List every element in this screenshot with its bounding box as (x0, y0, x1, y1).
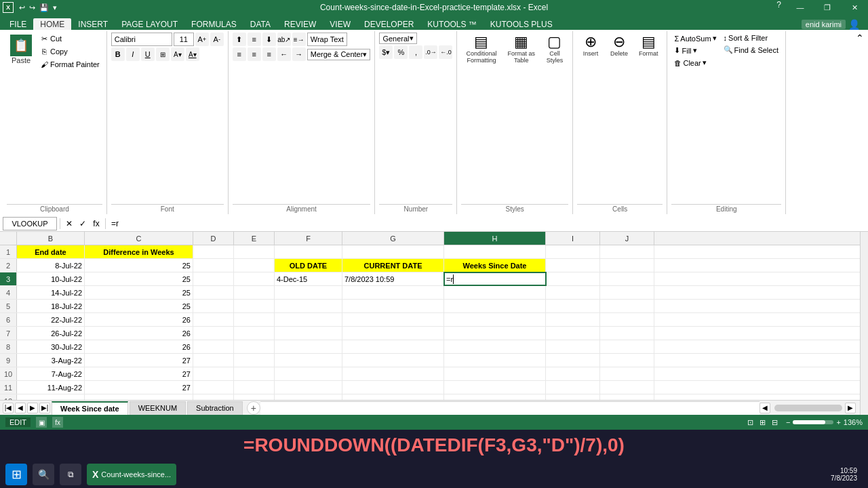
col-header-B[interactable]: B (17, 232, 85, 245)
cell-I6[interactable] (546, 313, 600, 326)
quick-access-more[interactable]: ▾ (53, 3, 57, 12)
cell-F2[interactable]: OLD DATE (275, 259, 342, 272)
col-header-I[interactable]: I (546, 232, 600, 245)
cell-G7[interactable] (342, 327, 444, 340)
cell-styles-button[interactable]: ▢ CellStyles (541, 33, 568, 66)
confirm-formula-button[interactable]: ✓ (77, 218, 89, 230)
copy-button[interactable]: ⎘ Copy (37, 45, 102, 58)
page-break-view-btn[interactable]: ⊟ (770, 417, 781, 428)
format-painter-button[interactable]: 🖌 Format Painter (37, 58, 102, 70)
cell-G9[interactable] (342, 354, 444, 367)
tab-developer[interactable]: DEVELOPER (357, 18, 420, 30)
cell-I11[interactable] (546, 381, 600, 394)
cell-C8[interactable]: 26 (85, 340, 193, 353)
bold-button[interactable]: B (111, 47, 125, 61)
cell-H11[interactable] (444, 381, 546, 394)
cancel-formula-button[interactable]: ✕ (63, 218, 75, 230)
tab-kutools[interactable]: KUTOOLS ™ (420, 18, 483, 30)
percent-button[interactable]: % (394, 45, 408, 59)
row-num-8[interactable]: 8 (0, 340, 17, 353)
cell-C9[interactable]: 27 (85, 354, 193, 367)
cell-I4[interactable] (546, 286, 600, 299)
cell-J1[interactable] (600, 245, 654, 258)
cell-F5[interactable] (275, 300, 342, 312)
cell-F3[interactable]: 4-Dec-15 (275, 272, 342, 285)
align-center-button[interactable]: ≡ (248, 47, 261, 61)
cell-H2[interactable]: Weeks Since Date (444, 259, 546, 272)
format-as-table-button[interactable]: ▦ Format asTable (502, 33, 540, 66)
row-num-4[interactable]: 4 (0, 286, 17, 299)
cell-G12[interactable] (342, 394, 444, 400)
cell-D5[interactable] (193, 300, 234, 312)
cell-B5[interactable]: 18-Jul-22 (17, 300, 85, 312)
cell-I10[interactable] (546, 367, 600, 380)
cell-E3[interactable] (234, 272, 275, 285)
zoom-out-btn[interactable]: − (786, 418, 790, 426)
decrease-font-button[interactable]: A- (210, 33, 224, 46)
cell-D12[interactable] (193, 394, 234, 400)
cell-F10[interactable] (275, 367, 342, 380)
cell-J8[interactable] (600, 340, 654, 353)
cell-F6[interactable] (275, 313, 342, 326)
cell-I7[interactable] (546, 327, 600, 340)
find-select-button[interactable]: 🔍 Find & Select (721, 44, 781, 56)
clear-button[interactable]: 🗑 Clear▾ (671, 57, 719, 68)
cell-E6[interactable] (234, 313, 275, 326)
cell-C12[interactable] (85, 394, 193, 400)
taskbar-taskview[interactable]: ⧉ (60, 464, 81, 485)
cell-D8[interactable] (193, 340, 234, 353)
cell-H3[interactable]: =r (444, 272, 546, 285)
cell-F4[interactable] (275, 286, 342, 299)
sort-filter-button[interactable]: ↕ Sort & Filter (721, 33, 781, 43)
increase-indent-button[interactable]: → (292, 47, 306, 61)
cell-B11[interactable]: 11-Aug-22 (17, 381, 85, 394)
cell-J12[interactable] (600, 394, 654, 400)
font-size-input[interactable] (174, 33, 194, 46)
cell-D3[interactable] (193, 272, 234, 285)
cell-I9[interactable] (546, 354, 600, 367)
cell-B12[interactable] (17, 394, 85, 400)
row-num-3[interactable]: 3 (0, 272, 17, 285)
cell-E4[interactable] (234, 286, 275, 299)
align-right-button[interactable]: ≡ (262, 47, 276, 61)
cell-C11[interactable]: 27 (85, 381, 193, 394)
wrap-text-button[interactable]: Wrap Text (307, 33, 347, 46)
cell-C7[interactable]: 26 (85, 327, 193, 340)
cell-C2[interactable]: 25 (85, 259, 193, 272)
cell-G2[interactable]: CURRENT DATE (342, 259, 444, 272)
zoom-in-btn[interactable]: + (836, 418, 840, 426)
sheet-tab-week-since-date[interactable]: Week Since date (52, 401, 128, 415)
col-header-H[interactable]: H (444, 232, 546, 245)
cell-E11[interactable] (234, 381, 275, 394)
sheet-tab-weeknum[interactable]: WEEKNUM (130, 401, 186, 415)
align-left-button[interactable]: ≡ (233, 47, 246, 61)
cell-C4[interactable]: 25 (85, 286, 193, 299)
col-header-E[interactable]: E (234, 232, 275, 245)
cell-C1[interactable]: Difference in Weeks (85, 245, 193, 258)
font-color-button[interactable]: A▾ (186, 47, 199, 61)
cell-H1[interactable] (444, 245, 546, 258)
col-header-D[interactable]: D (193, 232, 234, 245)
cell-H5[interactable] (444, 300, 546, 312)
number-format-dropdown[interactable]: General ▾ (379, 33, 416, 44)
tab-file[interactable]: FILE (3, 18, 33, 30)
cell-D6[interactable] (193, 313, 234, 326)
cell-B9[interactable]: 3-Aug-22 (17, 354, 85, 367)
cell-B7[interactable]: 26-Jul-22 (17, 327, 85, 340)
decrease-indent-button[interactable]: ← (277, 47, 291, 61)
cell-F1[interactable] (275, 245, 342, 258)
col-header-C[interactable]: C (85, 232, 193, 245)
cell-E9[interactable] (234, 354, 275, 367)
cell-G8[interactable] (342, 340, 444, 353)
tab-kutools-plus[interactable]: KUTOOLS PLUS (484, 18, 559, 30)
sheet-nav-prev[interactable]: ◀ (15, 403, 26, 413)
autosum-button[interactable]: Σ AutoSum▾ (671, 33, 719, 44)
cell-H4[interactable] (444, 286, 546, 299)
row-num-7[interactable]: 7 (0, 327, 17, 340)
cell-G6[interactable] (342, 313, 444, 326)
row-num-5[interactable]: 5 (0, 300, 17, 312)
col-header-G[interactable]: G (342, 232, 444, 245)
cell-F9[interactable] (275, 354, 342, 367)
cell-D7[interactable] (193, 327, 234, 340)
cell-J4[interactable] (600, 286, 654, 299)
